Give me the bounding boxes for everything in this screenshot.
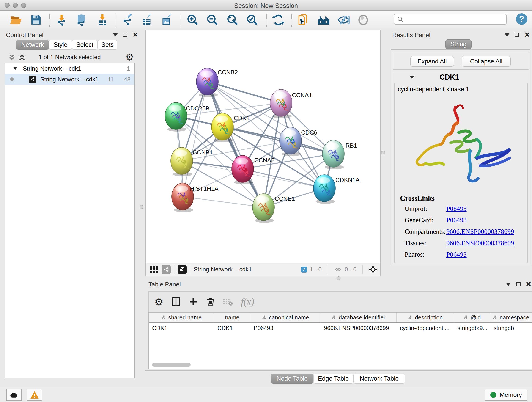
cell-shared-name[interactable]: CDK1 bbox=[149, 323, 214, 333]
network-node-ccne1: CCNE1 bbox=[253, 194, 295, 223]
string-home-icon[interactable] bbox=[317, 13, 330, 27]
network-row-selected[interactable]: String Network – cdk1 11 48 bbox=[5, 74, 134, 85]
tab-select[interactable]: Select bbox=[72, 40, 98, 50]
panel-float-icon[interactable] bbox=[123, 32, 127, 37]
cell-canonical-name[interactable]: P06493 bbox=[250, 323, 321, 333]
cell-name[interactable]: CDK1 bbox=[214, 323, 250, 333]
crosslink-link[interactable]: 9606.ENSP00000378699 bbox=[446, 228, 514, 235]
collection-expand-icon[interactable] bbox=[13, 67, 17, 70]
panel-float-icon[interactable] bbox=[515, 32, 519, 37]
node-label: CDKN1A bbox=[336, 177, 360, 183]
panel-float-icon[interactable] bbox=[516, 282, 520, 287]
panel-close-icon[interactable]: ✕ bbox=[526, 282, 531, 287]
panel-menu-icon[interactable] bbox=[506, 283, 511, 286]
tab-node-table[interactable]: Node Table bbox=[271, 374, 313, 384]
zoom-out-icon[interactable] bbox=[206, 13, 219, 27]
column-header[interactable]: @id bbox=[454, 313, 491, 322]
network-view-title: String Network – cdk1 bbox=[194, 266, 252, 273]
node-label: CCNA1 bbox=[292, 92, 312, 99]
show-columns-icon[interactable] bbox=[171, 297, 181, 307]
export-image-icon[interactable] bbox=[160, 13, 174, 27]
table-settings-gear-icon[interactable]: ⚙ bbox=[154, 296, 163, 307]
cell-description[interactable]: cyclin-dependent ... bbox=[397, 323, 454, 333]
tab-style[interactable]: Style bbox=[49, 40, 72, 50]
tab-string[interactable]: String bbox=[445, 39, 472, 49]
save-session-icon[interactable] bbox=[29, 13, 43, 27]
open-session-icon[interactable] bbox=[9, 13, 22, 27]
warnings-button[interactable] bbox=[27, 389, 42, 401]
control-panel: Control Panel ✕ Network Style Select Set… bbox=[3, 30, 136, 380]
cell-database-identifier[interactable]: 9606.ENSP00000378699 bbox=[321, 323, 397, 333]
memory-button[interactable]: Memory bbox=[485, 389, 527, 401]
title-bar: Session: New Session bbox=[0, 0, 532, 11]
new-network-from-selection-icon[interactable] bbox=[297, 13, 310, 27]
collapse-all-button[interactable]: Collapse All bbox=[462, 56, 511, 67]
network-view[interactable]: CCNB2CCNA1CDC25BCDK1CDC6RB1CCNB1CCNA2CDK… bbox=[145, 30, 381, 276]
tab-edge-table[interactable]: Edge Table bbox=[313, 374, 353, 384]
cell-id[interactable]: stringdb:9... bbox=[454, 323, 491, 333]
view-grid-icon[interactable] bbox=[150, 266, 158, 273]
export-network-icon[interactable] bbox=[121, 13, 134, 27]
main-toolbar: ? bbox=[0, 11, 532, 29]
hidden-eye-icon[interactable] bbox=[334, 266, 342, 273]
gene-header[interactable]: CDK1 bbox=[393, 72, 529, 83]
hide-selected-icon[interactable] bbox=[337, 13, 350, 27]
import-network-from-database-icon[interactable] bbox=[75, 13, 88, 27]
toolbar-separator bbox=[50, 13, 50, 27]
network-canvas[interactable]: CCNB2CCNA1CDC25BCDK1CDC6RB1CCNB1CCNA2CDK… bbox=[146, 30, 380, 263]
panel-close-icon[interactable]: ✕ bbox=[524, 32, 530, 37]
column-header[interactable]: namespace bbox=[490, 313, 532, 322]
selected-checkbox-icon[interactable]: ✓ bbox=[301, 267, 307, 273]
panel-menu-icon[interactable] bbox=[113, 33, 118, 36]
help-button[interactable]: ? bbox=[516, 13, 527, 25]
left-splitter-handle[interactable] bbox=[140, 205, 143, 209]
show-all-icon[interactable] bbox=[356, 13, 370, 27]
network-node-hist1h1a: HIST1H1A bbox=[172, 183, 219, 212]
crosslink-link[interactable]: P06493 bbox=[446, 216, 467, 224]
right-splitter-handle[interactable] bbox=[381, 151, 385, 154]
toolbar-separator bbox=[266, 13, 267, 27]
zoom-fit-icon[interactable] bbox=[226, 13, 239, 27]
current-network-dot-icon bbox=[10, 77, 14, 81]
horizontal-scrollbar[interactable] bbox=[152, 363, 191, 367]
network-view-toolbar: String Network – cdk1 ✓ 1 - 0 0 - 0 bbox=[146, 263, 380, 276]
crosslink-link[interactable]: 9606.ENSP00000378699 bbox=[446, 239, 514, 247]
crosslink-link[interactable]: P06493 bbox=[446, 205, 467, 212]
network-collection-row[interactable]: String Network – cdk1 1 bbox=[5, 63, 134, 74]
node-label: CDC6 bbox=[301, 129, 317, 136]
delete-column-trash-icon[interactable] bbox=[206, 297, 215, 307]
panel-menu-icon[interactable] bbox=[505, 33, 510, 36]
tab-network-table[interactable]: Network Table bbox=[353, 374, 405, 384]
column-header[interactable]: description bbox=[397, 313, 454, 322]
gene-expand-icon[interactable] bbox=[409, 76, 414, 79]
crosslink-link[interactable]: P06493 bbox=[446, 251, 467, 258]
export-table-icon[interactable] bbox=[141, 13, 154, 27]
import-table-icon[interactable] bbox=[96, 13, 109, 27]
zoom-in-icon[interactable] bbox=[186, 13, 199, 27]
crosslink-label: Tissues: bbox=[405, 239, 446, 247]
fit-selection-crosshair-icon[interactable] bbox=[369, 265, 377, 274]
cloud-button[interactable] bbox=[6, 389, 22, 401]
column-header[interactable]: canonical name bbox=[250, 313, 321, 322]
expand-all-button[interactable]: Expand All bbox=[410, 56, 454, 67]
zoom-selected-icon[interactable] bbox=[246, 13, 259, 27]
search-field[interactable] bbox=[394, 14, 507, 25]
search-input[interactable] bbox=[404, 16, 500, 22]
column-header[interactable]: database identifier bbox=[321, 313, 397, 322]
column-header[interactable]: name bbox=[214, 313, 250, 322]
import-network-icon[interactable] bbox=[55, 13, 68, 27]
cell-namespace[interactable]: stringdb bbox=[490, 323, 532, 333]
tab-network[interactable]: Network bbox=[16, 40, 49, 50]
network-options-gear-icon[interactable]: ⚙ bbox=[126, 52, 134, 62]
crosslink-row: Tissues: 9606.ENSP00000378699 bbox=[405, 239, 524, 247]
column-header[interactable]: shared name bbox=[149, 313, 214, 322]
view-share-icon[interactable] bbox=[162, 265, 171, 274]
add-column-icon[interactable] bbox=[189, 297, 198, 306]
table-toolbar: ⚙ f(x) bbox=[148, 291, 532, 312]
refresh-icon[interactable] bbox=[272, 13, 285, 27]
tab-sets[interactable]: Sets bbox=[98, 40, 117, 50]
network-edge bbox=[183, 82, 207, 197]
birdseye-view-icon[interactable] bbox=[177, 265, 187, 274]
panel-close-icon[interactable]: ✕ bbox=[133, 32, 138, 37]
table-row[interactable]: CDK1 CDK1 P06493 9606.ENSP00000378699 cy… bbox=[149, 323, 532, 333]
